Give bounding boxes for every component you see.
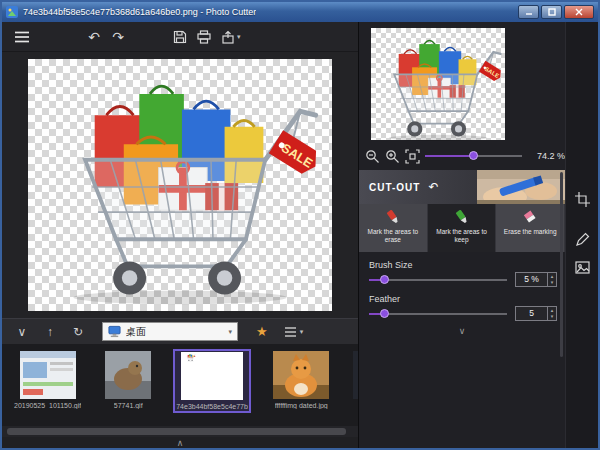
cutout-banner-image bbox=[477, 170, 565, 204]
cutout-tool-buttons: Mark the areas to erase Mark the areas t… bbox=[359, 204, 565, 252]
brush-size-row: 5 % ▴▾ bbox=[369, 272, 557, 287]
transparency-checkerboard[interactable] bbox=[28, 59, 332, 311]
mark-keep-button[interactable]: Mark the areas to keep bbox=[428, 204, 497, 252]
location-dropdown[interactable]: 桌面 ▾ bbox=[102, 322, 238, 341]
list-view-icon bbox=[284, 326, 297, 338]
cutout-section-header: CUT-OUT ↶ bbox=[359, 170, 565, 204]
location-caret-icon: ▾ bbox=[228, 328, 232, 336]
feather-row: 5 ▴▾ bbox=[369, 306, 557, 321]
refresh-icon[interactable]: ↻ bbox=[68, 325, 88, 339]
mark-erase-button[interactable]: Mark the areas to erase bbox=[359, 204, 428, 252]
thumbnail-strip: 20190525_101150.gif 57741.gif 74e3b44bf5… bbox=[2, 344, 358, 426]
preview-cart-image bbox=[371, 28, 505, 144]
brush-size-slider[interactable] bbox=[369, 273, 507, 287]
view-caret-icon: ▾ bbox=[300, 328, 304, 336]
file-name: 57741.gif bbox=[114, 402, 143, 409]
feather-slider[interactable] bbox=[369, 307, 507, 321]
redo-icon[interactable]: ↷ bbox=[106, 26, 130, 48]
file-name: ffffffimg dated.jpg bbox=[275, 402, 328, 409]
desktop-icon bbox=[108, 325, 121, 338]
file-thumbnail-selected[interactable]: 74e3b44bf58e5c4e77b36... bbox=[173, 349, 251, 413]
export-caret-icon[interactable]: ▾ bbox=[237, 33, 241, 41]
chevron-up-icon: ∧ bbox=[177, 438, 184, 448]
feather-spinner[interactable]: ▴▾ bbox=[547, 307, 556, 320]
feather-label: Feather bbox=[369, 294, 400, 304]
preview-thumbnail bbox=[371, 28, 505, 140]
image-icon[interactable] bbox=[575, 260, 590, 275]
brush-size-input[interactable]: 5 % ▴▾ bbox=[515, 272, 557, 287]
titlebar: 74e3b44bf58e5c4e77b368d61a646be0.png - P… bbox=[2, 2, 598, 22]
pen-icon[interactable] bbox=[575, 232, 590, 247]
undo-icon[interactable]: ↶ bbox=[82, 26, 106, 48]
browser-collapse-handle[interactable]: ∧ bbox=[2, 437, 358, 448]
red-marker-icon bbox=[385, 209, 401, 225]
feather-input[interactable]: 5 ▴▾ bbox=[515, 306, 557, 321]
window-title: 74e3b44bf58e5c4e77b368d61a646be0.png - P… bbox=[23, 7, 256, 17]
feather-value: 5 bbox=[516, 307, 547, 320]
photo-cutter-window: 74e3b44bf58e5c4e77b368d61a646be0.png - P… bbox=[0, 0, 600, 450]
file-thumbnail[interactable]: ffffffimg dated.jpg bbox=[271, 349, 331, 411]
eraser-icon bbox=[522, 209, 538, 225]
crop-icon[interactable] bbox=[575, 192, 590, 207]
minimize-button[interactable] bbox=[518, 5, 539, 19]
up-folder-icon[interactable]: ↑ bbox=[40, 325, 60, 339]
brush-size-spinner[interactable]: ▴▾ bbox=[547, 273, 556, 286]
tool-label: Mark the areas to keep bbox=[428, 228, 496, 244]
tool-label: Mark the areas to erase bbox=[359, 228, 427, 244]
zoom-controls: 74.2 % bbox=[365, 146, 565, 166]
zoom-out-icon[interactable] bbox=[365, 149, 380, 164]
main-toolbar: ↶ ↷ ▾ bbox=[2, 22, 358, 52]
file-name: 20190525_101150.gif bbox=[14, 402, 81, 409]
brush-size-value: 5 % bbox=[516, 273, 547, 286]
zoom-slider[interactable] bbox=[425, 149, 522, 163]
right-panel: 74.2 % CUT-OUT ↶ Mark the areas to erase… bbox=[358, 22, 598, 448]
zoom-level-value: 74.2 % bbox=[527, 151, 565, 161]
fit-screen-icon[interactable] bbox=[405, 149, 420, 164]
brush-size-label: Brush Size bbox=[369, 260, 413, 270]
print-icon[interactable] bbox=[192, 26, 216, 48]
save-icon[interactable] bbox=[168, 26, 192, 48]
side-tool-strip bbox=[565, 22, 598, 448]
favorites-star-icon[interactable]: ★ bbox=[256, 324, 268, 339]
panel-scrollbar[interactable] bbox=[560, 172, 563, 357]
tool-label: Erase the marking bbox=[501, 228, 560, 236]
file-thumbnail[interactable]: 20190525_101150.gif bbox=[12, 349, 83, 411]
zoom-in-icon[interactable] bbox=[385, 149, 400, 164]
shopping-cart-image bbox=[28, 59, 332, 311]
menu-icon[interactable] bbox=[10, 26, 34, 48]
scrollbar-thumb[interactable] bbox=[7, 428, 346, 435]
close-button[interactable] bbox=[564, 5, 594, 19]
green-marker-icon bbox=[454, 209, 470, 225]
file-thumbnail[interactable]: 57741.gif bbox=[103, 349, 153, 411]
left-column: ↶ ↷ ▾ ∨ bbox=[2, 22, 358, 448]
maximize-button[interactable] bbox=[541, 5, 562, 19]
chevron-down-icon: ∨ bbox=[459, 326, 466, 336]
thumbnail-scrollbar[interactable] bbox=[2, 426, 358, 437]
app-icon bbox=[6, 6, 18, 18]
file-name: 74e3b44bf58e5c4e77b36... bbox=[176, 403, 248, 410]
editing-canvas[interactable] bbox=[2, 52, 358, 318]
file-browser-bar: ∨ ↑ ↻ 桌面 ▾ ★ ▾ bbox=[2, 318, 358, 344]
cutout-undo-icon[interactable]: ↶ bbox=[428, 180, 438, 194]
location-label: 桌面 bbox=[126, 325, 223, 339]
erase-marking-button[interactable]: Erase the marking bbox=[496, 204, 565, 252]
view-options-button[interactable]: ▾ bbox=[284, 326, 304, 338]
panel-expand-handle[interactable]: ∨ bbox=[359, 326, 565, 336]
panel-collapse-icon[interactable]: ∨ bbox=[12, 325, 32, 339]
cutout-title: CUT-OUT bbox=[369, 182, 420, 193]
file-thumbnail[interactable] bbox=[351, 349, 358, 404]
